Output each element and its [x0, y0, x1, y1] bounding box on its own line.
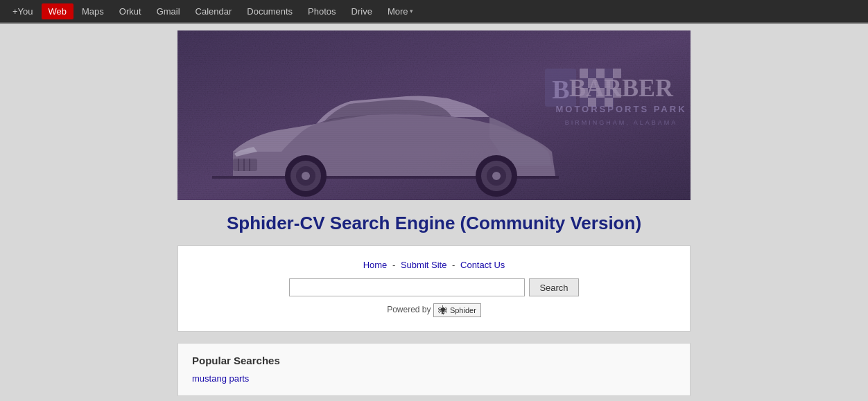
separator-1: - [392, 260, 395, 270]
nav-gmail[interactable]: Gmail [150, 3, 187, 19]
nav-documents[interactable]: Documents [240, 3, 300, 19]
popular-searches-title: Popular Searches [192, 355, 676, 366]
banner-image: B BARBER MOTORSPORTS PARK BIRMINGHAM, AL… [177, 30, 691, 200]
nav-calendar[interactable]: Calendar [189, 3, 239, 19]
main-content: B BARBER MOTORSPORTS PARK BIRMINGHAM, AL… [0, 24, 868, 401]
powered-by: Powered by 🕷 Sphider [185, 303, 683, 317]
contact-us-link[interactable]: Contact Us [460, 260, 505, 270]
site-title: Sphider-CV Search Engine (Community Vers… [227, 213, 641, 234]
nav-orkut[interactable]: Orkut [112, 3, 148, 19]
search-button[interactable]: Search [529, 278, 578, 296]
svg-rect-12 [233, 159, 257, 171]
popular-searches-card: Popular Searches mustang parts [177, 343, 691, 396]
content-card: Home - Submit Site - Contact Us Search P… [177, 245, 691, 332]
nav-maps[interactable]: Maps [75, 3, 111, 19]
spider-icon: 🕷 [438, 305, 448, 316]
links-row: Home - Submit Site - Contact Us [185, 260, 683, 270]
search-form: Search [185, 278, 683, 296]
svg-text:BARBER: BARBER [569, 74, 674, 102]
home-link[interactable]: Home [363, 260, 388, 270]
nav-plus-you[interactable]: +You [6, 3, 40, 19]
nav-more-label: More [388, 6, 408, 17]
chevron-down-icon: ▾ [410, 8, 413, 15]
nav-drive[interactable]: Drive [345, 3, 379, 19]
submit-site-link[interactable]: Submit Site [401, 260, 446, 270]
topbar: +You Web Maps Orkut Gmail Calendar Docum… [0, 0, 868, 22]
powered-by-label: Powered by [387, 305, 431, 314]
svg-text:MOTORSPORTS PARK: MOTORSPORTS PARK [555, 104, 686, 114]
svg-text:B: B [552, 75, 569, 104]
nav-web[interactable]: Web [42, 3, 74, 19]
sphider-badge[interactable]: 🕷 Sphider [433, 303, 481, 317]
nav-more[interactable]: More ▾ [381, 3, 420, 19]
popular-search-mustang-parts[interactable]: mustang parts [192, 373, 249, 384]
search-input[interactable] [289, 278, 525, 296]
separator-2: - [452, 260, 455, 270]
svg-point-11 [492, 172, 501, 180]
banner-svg: B BARBER MOTORSPORTS PARK BIRMINGHAM, AL… [177, 30, 691, 200]
sphider-label: Sphider [450, 306, 476, 314]
svg-point-7 [302, 172, 310, 180]
nav-photos[interactable]: Photos [301, 3, 342, 19]
svg-text:BIRMINGHAM, ALABAMA: BIRMINGHAM, ALABAMA [565, 119, 678, 126]
